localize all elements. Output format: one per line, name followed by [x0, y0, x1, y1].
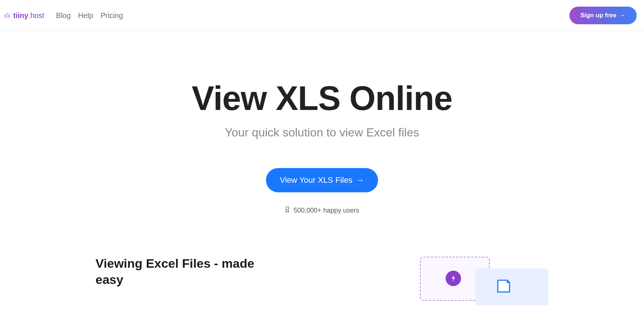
- section-title: Viewing Excel Files - made easy: [96, 255, 272, 288]
- document-icon: [496, 279, 512, 293]
- cta-label: View Your XLS Files: [280, 175, 353, 185]
- logo[interactable]: tiiny.host: [3, 11, 44, 20]
- header-left: tiiny.host Blog Help Pricing: [3, 11, 123, 20]
- signup-button[interactable]: Sign up free →: [569, 7, 637, 24]
- nav-help[interactable]: Help: [78, 11, 93, 20]
- nav-blog[interactable]: Blog: [56, 11, 71, 20]
- cloud-bolt-icon: [446, 271, 461, 286]
- nav: Blog Help Pricing: [56, 11, 123, 20]
- cloud-bolt-icon: [3, 11, 11, 19]
- feature-section: Viewing Excel Files - made easy: [0, 215, 644, 307]
- medal-icon: [285, 206, 290, 215]
- users-row: 500,000+ happy users: [0, 206, 644, 215]
- arrow-right-icon: →: [356, 175, 364, 185]
- view-files-button[interactable]: View Your XLS Files →: [266, 168, 378, 192]
- hero: View XLS Online Your quick solution to v…: [0, 31, 644, 215]
- hero-subtitle: Your quick solution to view Excel files: [0, 126, 644, 139]
- arrow-right-icon: →: [619, 12, 626, 19]
- svg-point-0: [286, 207, 289, 210]
- users-text: 500,000+ happy users: [294, 207, 359, 214]
- upload-illustration: [409, 255, 548, 307]
- panel-illustration: [475, 268, 548, 305]
- signup-label: Sign up free: [580, 12, 616, 19]
- hero-title: View XLS Online: [0, 79, 644, 118]
- logo-text: tiiny.host: [13, 11, 44, 20]
- nav-pricing[interactable]: Pricing: [101, 11, 123, 20]
- header: tiiny.host Blog Help Pricing Sign up fre…: [0, 0, 644, 31]
